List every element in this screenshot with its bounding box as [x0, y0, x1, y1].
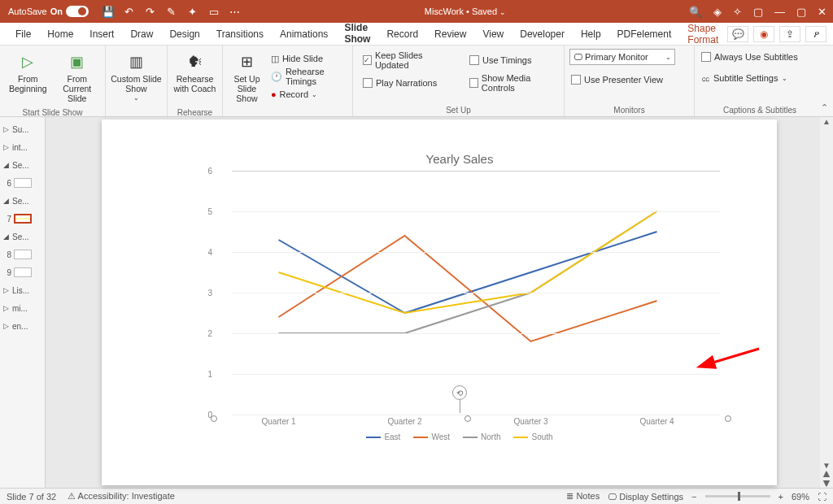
tab-shape-format[interactable]: Shape Format	[680, 20, 726, 49]
qat-more-icon[interactable]: ⋯	[229, 5, 242, 18]
from-beginning-button[interactable]: ▷ From Beginning	[5, 49, 51, 104]
rehearse-timings-button[interactable]: 🕐Rehearse Timings	[269, 68, 347, 85]
vertical-scrollbar[interactable]: ▲ ▼ ⯅ ⯆	[820, 117, 833, 488]
slide-thumbnails[interactable]: ▷Su... ▷int... ◢Se... 6 ◢Se... 7 ◢Se... …	[0, 117, 46, 488]
undo-icon[interactable]: ↶	[123, 5, 136, 18]
tab-animations[interactable]: Animations	[273, 25, 335, 43]
zoom-in-icon[interactable]: +	[778, 492, 783, 502]
svg-line-0	[710, 349, 759, 363]
selection-handle[interactable]	[725, 415, 731, 422]
next-slide-icon[interactable]: ⯆	[822, 479, 831, 488]
display-settings-button[interactable]: 🖵 Display Settings	[608, 492, 683, 502]
y-tick: 3	[207, 289, 212, 298]
thumbnail-slide-7[interactable]: 7	[0, 210, 45, 228]
tab-developer[interactable]: Developer	[512, 25, 572, 43]
setup-icon: ⊞	[235, 52, 258, 72]
tab-help[interactable]: Help	[574, 25, 608, 43]
from-current-button[interactable]: ▣ From Current Slide	[55, 49, 101, 104]
chart[interactable]: Yearly Sales 0123456 Quarter 1Quarter 2Q…	[199, 152, 720, 453]
series-line[interactable]	[279, 211, 657, 313]
x-tick-label: Quarter 4	[594, 415, 720, 426]
rotate-handle-icon[interactable]: ⟲	[452, 385, 467, 400]
play-narrations-checkbox[interactable]: Play Narrations	[361, 75, 451, 91]
document-title: MiscWork • Saved ⌄	[242, 7, 689, 16]
play-icon: ▷	[16, 52, 39, 72]
y-tick: 2	[207, 329, 212, 338]
group-label: Set Up	[353, 105, 564, 116]
tab-view[interactable]: View	[475, 25, 511, 43]
rehearse-coach-button[interactable]: 🗣 Rehearse with Coach	[172, 49, 217, 104]
accessibility-status[interactable]: ⚠ Accessibility: Investigate	[68, 491, 175, 502]
zoom-level[interactable]: 69%	[792, 492, 809, 502]
monitor-select[interactable]: 🖵 Primary Monitor⌄	[569, 49, 675, 65]
x-tick-label: Quarter 1	[216, 415, 342, 426]
minimize-icon[interactable]: —	[774, 6, 785, 18]
legend-item: West	[413, 432, 450, 441]
zoom-out-icon[interactable]: −	[691, 492, 696, 502]
user-icon[interactable]: ዖ	[805, 26, 826, 42]
scroll-down-icon[interactable]: ▼	[822, 461, 831, 470]
main-area: ▷Su... ▷int... ◢Se... 6 ◢Se... 7 ◢Se... …	[0, 117, 833, 488]
custom-show-button[interactable]: ▥ Custom Slide Show ⌄	[111, 49, 162, 104]
tab-transitions[interactable]: Transitions	[209, 25, 271, 43]
qat-icon[interactable]: ✎	[165, 5, 178, 18]
selection-handle[interactable]	[211, 415, 217, 422]
group-label: Captions & Subtitles	[695, 105, 825, 116]
scroll-up-icon[interactable]: ▲	[822, 117, 831, 126]
zoom-slider[interactable]	[705, 495, 770, 497]
maximize-icon[interactable]: ▢	[796, 6, 806, 18]
record-button[interactable]: ●Record ⌄	[269, 86, 347, 102]
fit-icon[interactable]: ⛶	[818, 492, 826, 502]
presenter-view-checkbox[interactable]: Use Presenter View	[569, 72, 665, 88]
legend-item: South	[513, 432, 552, 441]
y-tick: 1	[207, 370, 212, 379]
autosave-toggle[interactable]: AutoSave On	[8, 6, 89, 17]
redo-icon[interactable]: ↷	[144, 5, 157, 18]
tab-review[interactable]: Review	[427, 25, 473, 43]
chart-title: Yearly Sales	[199, 152, 720, 166]
play-current-icon: ▣	[66, 52, 89, 72]
ribbon-tabs: File Home Insert Draw Design Transitions…	[0, 23, 833, 46]
series-line[interactable]	[279, 232, 657, 313]
tab-file[interactable]: File	[8, 25, 38, 43]
selection-handle[interactable]	[464, 415, 471, 422]
slide-canvas[interactable]: Yearly Sales 0123456 Quarter 1Quarter 2Q…	[102, 119, 777, 485]
close-icon[interactable]: ✕	[818, 6, 826, 18]
record-icon[interactable]: ◉	[753, 26, 774, 42]
show-media-checkbox[interactable]: Show Media Controls	[468, 75, 559, 91]
annotation-arrow	[704, 347, 761, 369]
clock-icon: 🕐	[271, 72, 282, 82]
qat-icon[interactable]: ▭	[207, 5, 220, 18]
tab-slideshow[interactable]: Slide Show	[337, 19, 377, 50]
keep-updated-checkbox[interactable]: ✓Keep Slides Updated	[361, 52, 451, 68]
use-timings-checkbox[interactable]: Use Timings	[468, 52, 559, 68]
tab-pdf[interactable]: PDFelement	[610, 25, 679, 43]
setup-show-button[interactable]: ⊞ Set Up Slide Show	[228, 49, 266, 104]
y-tick: 5	[207, 207, 212, 216]
mic-icon[interactable]: ✧	[733, 6, 742, 18]
status-bar: Slide 7 of 32 ⚠ Accessibility: Investiga…	[0, 488, 833, 504]
tab-insert[interactable]: Insert	[82, 25, 121, 43]
subtitle-settings-button[interactable]: ㏄Subtitle Settings ⌄	[700, 70, 789, 86]
share-icon[interactable]: ⇪	[779, 26, 800, 42]
collapse-ribbon-icon[interactable]: ⌃	[821, 102, 828, 113]
comments-icon[interactable]: 💬	[727, 26, 748, 42]
qat-icon[interactable]: ✦	[186, 5, 199, 18]
tab-design[interactable]: Design	[162, 25, 207, 43]
notes-button[interactable]: ≣ Notes	[566, 491, 600, 502]
search-icon[interactable]: 🔍	[689, 6, 702, 18]
y-tick: 6	[207, 167, 212, 176]
group-label: Monitors	[565, 105, 694, 116]
tab-home[interactable]: Home	[40, 25, 81, 43]
save-icon[interactable]: 💾	[102, 5, 115, 18]
prev-slide-icon[interactable]: ⯅	[822, 470, 831, 479]
tab-record[interactable]: Record	[379, 25, 425, 43]
always-subtitles-checkbox[interactable]: Always Use Subtitles	[700, 49, 800, 65]
y-tick: 4	[207, 248, 212, 257]
hide-slide-button[interactable]: ◫Hide Slide	[269, 50, 347, 67]
window-icon[interactable]: ▢	[753, 6, 763, 18]
tab-draw[interactable]: Draw	[123, 25, 160, 43]
legend-item: North	[463, 432, 500, 441]
diamond-icon[interactable]: ◈	[713, 6, 722, 18]
custom-show-icon: ▥	[125, 52, 148, 72]
